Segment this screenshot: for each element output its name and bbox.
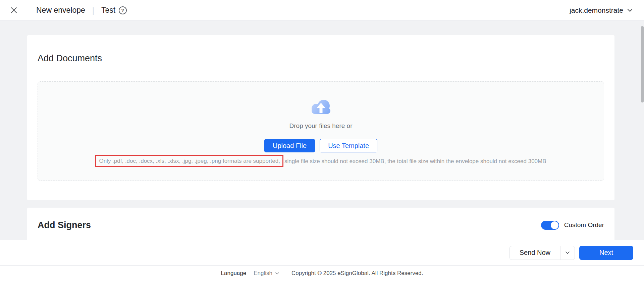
envelope-title: New envelope xyxy=(36,6,85,15)
chevron-down-icon xyxy=(275,272,279,275)
send-now-split-button: Send Now xyxy=(509,246,575,260)
format-hint-rest: single file size should not exceed 30MB,… xyxy=(284,158,546,165)
annotation-red-box: Only .pdf, .doc, .docx, .xls, .xlsx, .jp… xyxy=(95,155,283,167)
upload-file-button[interactable]: Upload File xyxy=(264,139,315,152)
next-button[interactable]: Next xyxy=(579,246,633,260)
add-signers-title: Add Signers xyxy=(38,220,91,230)
file-dropzone[interactable]: Drop your files here or Upload File Use … xyxy=(38,81,604,181)
envelope-name: Test xyxy=(101,6,115,15)
custom-order-control: Custom Order xyxy=(541,221,604,230)
chevron-down-icon xyxy=(627,9,633,12)
help-circle-icon[interactable]: ? xyxy=(119,6,127,14)
page-footer: Language English Copyright © 2025 eSignG… xyxy=(0,265,644,281)
send-now-dropdown-button[interactable] xyxy=(560,246,575,260)
custom-order-toggle[interactable] xyxy=(541,221,559,230)
new-envelope-page: New envelope | Test ? jack.demonstrate A… xyxy=(0,0,644,281)
format-hint-row: Only .pdf, .doc, .docx, .xls, .xlsx, .jp… xyxy=(95,155,546,167)
close-icon-glyph xyxy=(11,7,17,13)
chevron-down-icon xyxy=(565,251,570,254)
language-select[interactable]: English xyxy=(254,270,279,277)
signers-header-row: Add Signers Custom Order xyxy=(38,220,604,230)
copyright-text: Copyright © 2025 eSignGlobal. All Rights… xyxy=(291,270,423,277)
account-name: jack.demonstrate xyxy=(570,6,623,14)
action-bar: Send Now Next xyxy=(0,240,644,265)
title-divider: | xyxy=(92,6,94,15)
format-hint-highlighted: Only .pdf, .doc, .docx, .xls, .xlsx, .jp… xyxy=(99,158,280,164)
send-now-button[interactable]: Send Now xyxy=(510,246,560,260)
vertical-scrollbar-thumb[interactable] xyxy=(641,26,644,102)
language-value: English xyxy=(254,270,272,277)
add-documents-title: Add Documents xyxy=(38,35,604,64)
toggle-knob xyxy=(551,221,558,229)
upload-cloud-icon xyxy=(310,98,332,115)
main-content: Add Documents Dr xyxy=(0,21,644,265)
language-label: Language xyxy=(221,270,247,277)
custom-order-label: Custom Order xyxy=(564,221,604,229)
use-template-button[interactable]: Use Template xyxy=(320,139,377,152)
header-bar: New envelope | Test ? jack.demonstrate xyxy=(0,0,644,21)
dropzone-buttons: Upload File Use Template xyxy=(264,139,377,152)
envelope-title-group: New envelope | Test ? xyxy=(36,6,127,15)
dropzone-prompt: Drop your files here or xyxy=(289,123,353,129)
add-documents-card: Add Documents Dr xyxy=(27,35,614,200)
account-menu[interactable]: jack.demonstrate xyxy=(570,6,633,14)
close-icon[interactable] xyxy=(10,7,17,14)
